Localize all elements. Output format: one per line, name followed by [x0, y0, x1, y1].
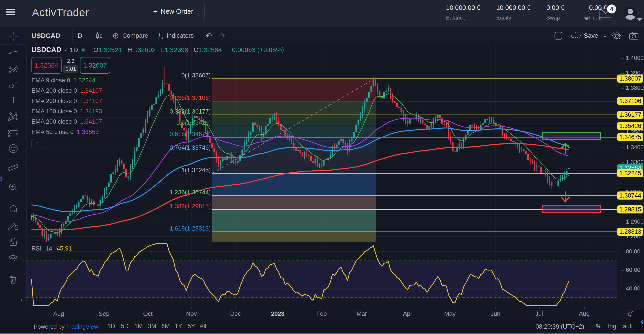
percent-scale-button[interactable]: %: [596, 323, 601, 330]
month-label-6-Feb: Feb: [316, 311, 327, 318]
range-button-5Y[interactable]: 5Y: [188, 323, 195, 330]
account-stats: 10 000.00 €Balance10 000.00 €Equity0.00 …: [446, 4, 616, 21]
range-button-3M[interactable]: 3M: [148, 323, 156, 330]
chart-toolbar: USDCAD D ⊕ Compare ƒx Indicators ↶ ↷ Sav…: [0, 27, 644, 45]
chevron-down-icon: ⌄: [603, 33, 607, 39]
hide-drawings-tool[interactable]: [8, 253, 19, 264]
fib-price-tag-1.38607: 1.38607: [617, 74, 643, 83]
volume-field[interactable]: 0.01: [63, 65, 78, 73]
fib-price-tag-1.28313: 1.28313: [617, 228, 643, 236]
ema-legend-row-2[interactable]: EMA 200 close 01.34107: [32, 98, 284, 105]
legend-interval: 1D: [70, 46, 78, 54]
remove-drawings-tool[interactable]: [8, 274, 19, 285]
range-button-1Y[interactable]: 1Y: [175, 323, 182, 330]
cloud-icon: [571, 31, 582, 41]
lock-all-tool[interactable]: [8, 236, 19, 247]
brush-tool[interactable]: [8, 79, 19, 90]
drawing-lock-tool[interactable]: [8, 220, 19, 231]
fx-icon: ƒx: [158, 31, 163, 40]
stat-label: Equity: [496, 14, 530, 21]
crosshair-tool[interactable]: [8, 31, 19, 42]
fib-label-6: 1(1.32245): [181, 167, 211, 174]
tradingview-link[interactable]: TradingView: [66, 323, 98, 330]
trademark: ™: [89, 9, 93, 13]
top-bar: ActivTrader™ + New Order 10 000.00 €Bala…: [0, 0, 644, 26]
month-label-2-Oct: Oct: [143, 311, 152, 318]
projection-tool[interactable]: [8, 127, 19, 138]
indicators-button[interactable]: ƒx Indicators: [158, 27, 194, 45]
interval-button[interactable]: D: [78, 27, 82, 45]
settings-button[interactable]: [612, 27, 622, 45]
sell-button[interactable]: 1.32584: [32, 57, 62, 74]
ohlc-h: H1.32602: [125, 46, 156, 53]
arrow-up-annotation[interactable]: [559, 141, 572, 155]
price-tick-1.34000: 1.34000: [621, 144, 644, 151]
resistance-zone-rect[interactable]: [542, 132, 601, 140]
spread-value: 2.3: [67, 58, 74, 64]
emoji-tool[interactable]: [8, 143, 19, 154]
time-axis[interactable]: AugSepOctNovDec2023FebMarAprMayJunJulAug: [0, 307, 644, 320]
left-panel-expander[interactable]: ›: [0, 173, 7, 184]
clock[interactable]: 08:20:39 (UTC+2): [514, 323, 584, 330]
powered-by: Powered by TradingView: [34, 323, 98, 330]
undo-button[interactable]: ↶: [206, 27, 212, 45]
ema-legend-row-0[interactable]: EMA 9 close 01.32244: [32, 77, 284, 84]
ema-legend-row-4[interactable]: EMA 200 close 01.34107: [32, 118, 284, 125]
activtrader-app: ActivTrader™ + New Order 10 000.00 €Bala…: [0, 0, 644, 334]
plus-icon: +: [153, 8, 157, 15]
new-order-label: New Order: [161, 8, 193, 15]
range-button-6M[interactable]: 6M: [161, 323, 170, 330]
symbol-button[interactable]: USDCAD: [32, 27, 60, 45]
arrow-down-annotation[interactable]: [559, 190, 572, 204]
rsi-legend[interactable]: RSI 14 45.91: [32, 245, 72, 252]
ema-legend-row-5[interactable]: EMA 50 close 01.33553: [32, 129, 284, 136]
save-button[interactable]: Save ⌄: [571, 27, 607, 45]
trend-line-tool[interactable]: [8, 46, 19, 58]
sidebar-collapse-chevron[interactable]: ‹: [21, 296, 23, 304]
menu-icon[interactable]: [6, 9, 15, 18]
price-axis[interactable]: 1.400001.390001.380001.360001.350001.340…: [616, 44, 644, 307]
stat-value: 0.00 €: [546, 4, 573, 11]
month-label-5-2023: 2023: [271, 311, 284, 318]
account-dropdown-caret-icon[interactable]: [584, 17, 589, 20]
rsi-pane-canvas[interactable]: [26, 242, 616, 307]
buy-button[interactable]: 1.32607: [80, 57, 110, 74]
fullscreen-button[interactable]: [554, 27, 563, 45]
xabcd-pattern-tool[interactable]: [8, 111, 19, 122]
zoom-in-tool[interactable]: [8, 182, 19, 193]
text-tool[interactable]: T: [8, 94, 19, 106]
range-button-1D[interactable]: 1D: [108, 323, 115, 330]
range-button-1M[interactable]: 1M: [134, 323, 143, 330]
legend-symbol[interactable]: USDCAD: [32, 46, 61, 54]
avatar[interactable]: [624, 7, 637, 20]
magnet-tool[interactable]: [8, 203, 19, 214]
month-label-7-Mar: Mar: [356, 311, 367, 318]
candle-style-button[interactable]: [94, 27, 104, 45]
measure-tool[interactable]: [8, 161, 19, 173]
range-button-5D[interactable]: 5D: [121, 323, 129, 330]
fib-price-tag-1.34675: 1.34675: [617, 133, 643, 141]
avatar-caret-icon[interactable]: [637, 18, 642, 21]
redo-button[interactable]: ↷: [219, 27, 226, 45]
fib-label-9: 1.618(1.28313): [170, 225, 211, 232]
legend-collapse-button[interactable]: ⌃: [32, 139, 46, 148]
stat-value: 10 000.00 €: [496, 4, 530, 11]
support-zone-rect[interactable]: [542, 205, 601, 213]
pitchfork-tool[interactable]: [8, 63, 19, 75]
compare-button[interactable]: ⊕ Compare: [112, 27, 148, 45]
market-status-dot[interactable]: [81, 47, 86, 52]
screenshot-button[interactable]: [629, 27, 639, 45]
month-label-0-Aug: Aug: [53, 311, 64, 318]
stat-equity: 10 000.00 €Equity: [496, 4, 530, 21]
pane-divider[interactable]: [26, 242, 644, 242]
bottom-accent-strip: [0, 333, 644, 334]
month-label-10-Jun: Jun: [490, 311, 500, 318]
price-tick-1.38000: 1.38000: [621, 84, 644, 91]
ema-legend-row-3[interactable]: EMA 100 close 01.34193: [32, 108, 284, 115]
current-price-line: [26, 168, 616, 168]
ohlc-l: L1.32398: [159, 46, 188, 53]
range-button-All[interactable]: All: [200, 323, 206, 330]
ema-legend-row-1[interactable]: EMA 200 close 01.34107: [32, 87, 284, 94]
new-order-button[interactable]: + New Order: [142, 3, 204, 20]
log-scale-button[interactable]: log: [608, 323, 616, 330]
